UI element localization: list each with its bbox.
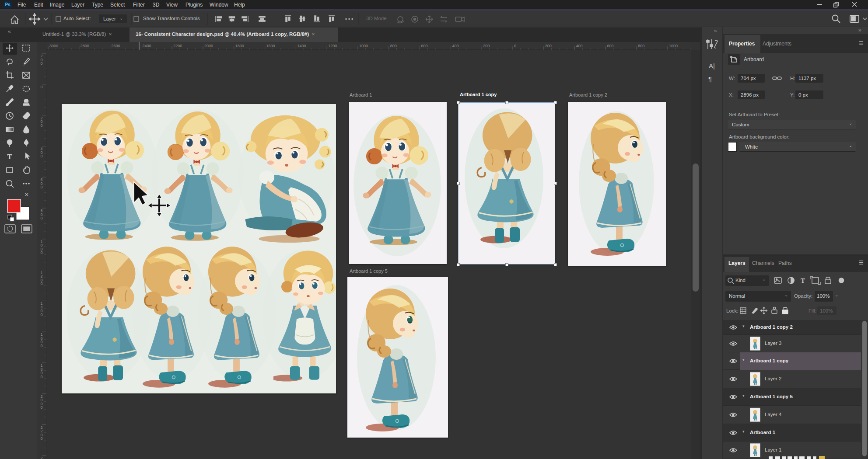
- svg-text:600: 600: [607, 44, 613, 48]
- svg-text:800: 800: [390, 44, 397, 48]
- svg-text:200: 200: [545, 44, 552, 48]
- svg-text:3000: 3000: [49, 44, 58, 48]
- svg-text:0: 0: [40, 216, 42, 220]
- svg-text:T: T: [7, 153, 12, 161]
- svg-text:2000: 2000: [204, 44, 213, 48]
- svg-text:1600: 1600: [266, 44, 275, 48]
- svg-text:0: 0: [40, 61, 42, 66]
- svg-text:2200: 2200: [173, 44, 182, 48]
- svg-text:400: 400: [576, 44, 583, 48]
- svg-text:1800: 1800: [235, 44, 244, 48]
- svg-text:¶: ¶: [708, 75, 712, 83]
- svg-text:0: 0: [40, 154, 42, 158]
- svg-text:T: T: [801, 277, 805, 284]
- svg-text:200: 200: [483, 44, 490, 48]
- svg-text:0: 0: [40, 344, 42, 348]
- svg-text:0: 0: [40, 85, 42, 89]
- svg-text:0: 0: [40, 185, 42, 189]
- svg-text:400: 400: [452, 44, 458, 48]
- svg-text:A|: A|: [709, 62, 715, 70]
- svg-text:0: 0: [40, 282, 42, 286]
- svg-text:1400: 1400: [297, 44, 306, 48]
- svg-text:0: 0: [40, 375, 42, 379]
- svg-text:0: 0: [514, 44, 516, 48]
- svg-text:2400: 2400: [142, 44, 151, 48]
- svg-text:600: 600: [421, 44, 428, 48]
- svg-text:1000: 1000: [669, 44, 678, 48]
- svg-text:2: 2: [40, 456, 42, 459]
- svg-text:0: 0: [40, 436, 42, 441]
- svg-text:0: 0: [40, 313, 42, 317]
- svg-text:2800: 2800: [80, 44, 89, 48]
- svg-text:2600: 2600: [112, 44, 120, 48]
- svg-text:0: 0: [40, 405, 42, 410]
- svg-text:1000: 1000: [359, 44, 368, 48]
- svg-text:0: 0: [40, 123, 42, 128]
- svg-text:0: 0: [40, 250, 42, 255]
- svg-text:1200: 1200: [328, 44, 337, 48]
- svg-text:800: 800: [638, 44, 644, 48]
